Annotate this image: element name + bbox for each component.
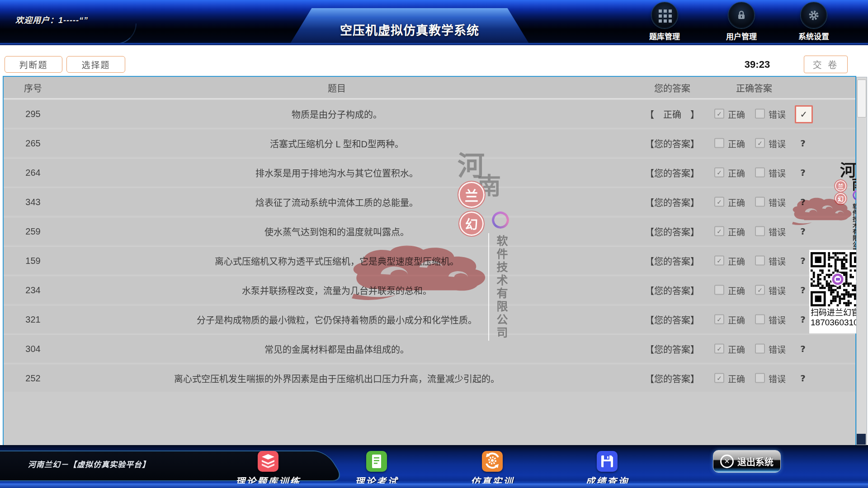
correct-option-false[interactable]: 错误: [755, 254, 786, 267]
table-row: 259使水蒸气达到饱和的温度就叫露点。【您的答案】正确错误?: [4, 217, 855, 245]
exam-countdown-timer: 39:23: [732, 59, 782, 70]
result-question-icon: ?: [791, 188, 815, 216]
true-checkbox-label: 正确: [728, 284, 745, 296]
false-checkbox[interactable]: [755, 109, 765, 119]
true-checkbox[interactable]: [714, 109, 724, 119]
false-checkbox[interactable]: [755, 314, 765, 324]
correct-option-false[interactable]: 错误: [755, 225, 786, 237]
correct-option-false[interactable]: 错误: [755, 372, 786, 384]
footer-item-label: 成绩查询: [571, 474, 643, 488]
false-checkbox[interactable]: [755, 373, 765, 383]
app-window: 欢迎用户：1-----“” 空压机虚拟仿真教学系统 题库管理 用户管理: [0, 0, 868, 488]
correct-option-true[interactable]: 正确: [714, 343, 745, 355]
column-header-question: 题目: [58, 81, 616, 94]
true-checkbox-label: 正确: [728, 313, 745, 325]
true-checkbox[interactable]: [714, 344, 724, 354]
false-checkbox[interactable]: [755, 344, 765, 354]
true-checkbox[interactable]: [714, 373, 724, 383]
gear-icon: [801, 2, 827, 28]
true-checkbox[interactable]: [714, 256, 724, 266]
true-checkbox[interactable]: [714, 168, 724, 178]
tab-true-false-questions[interactable]: 判断题: [5, 56, 62, 73]
nav-system-settings[interactable]: 系统设置: [793, 2, 834, 42]
false-checkbox[interactable]: [755, 168, 765, 178]
correct-option-true[interactable]: 正确: [714, 137, 745, 149]
correct-option-true[interactable]: 正确: [714, 166, 745, 178]
correct-option-true[interactable]: 正确: [714, 313, 745, 325]
false-checkbox[interactable]: [755, 226, 765, 236]
footer-item-score-query[interactable]: 成绩查询: [571, 451, 643, 488]
footer-item-theory-exam[interactable]: 理论考试: [340, 451, 413, 488]
nav-user-management[interactable]: 用户管理: [721, 2, 762, 42]
false-checkbox[interactable]: [755, 138, 765, 148]
false-checkbox-label: 错误: [769, 137, 786, 149]
row-question: 使水蒸气达到饱和的温度就叫露点。: [58, 225, 616, 238]
result-question-icon: ?: [791, 129, 815, 157]
correct-option-true[interactable]: 正确: [714, 196, 745, 208]
vertical-scrollbar[interactable]: [856, 77, 867, 446]
correct-option-false[interactable]: 错误: [755, 137, 786, 149]
your-answer-label: 【您的答案】: [634, 225, 711, 238]
false-checkbox-label: 错误: [769, 166, 786, 178]
row-question: 物质是由分子构成的。: [58, 107, 616, 120]
correct-option-false[interactable]: 错误: [755, 166, 786, 178]
correct-option-true[interactable]: 正确: [714, 372, 745, 384]
row-question: 离心式空压机发生喘振的外界因素是由于压缩机出口压力升高，流量减少引起的。: [58, 371, 616, 385]
header-decor-curve: [0, 23, 137, 44]
true-checkbox[interactable]: [714, 314, 724, 324]
result-question-icon: ?: [791, 364, 815, 392]
table-row: 159离心式压缩机又称为透平式压缩机，它是典型速度型压缩机。【您的答案】正确错误…: [4, 246, 855, 274]
false-checkbox-label: 错误: [769, 284, 786, 296]
grid-icon: [651, 2, 678, 28]
correct-option-false[interactable]: 错误: [755, 284, 786, 296]
row-index: 259: [17, 226, 49, 236]
scrollbar-thumb[interactable]: [857, 80, 866, 117]
true-checkbox[interactable]: [714, 226, 724, 236]
your-answer-label: 【您的答案】: [634, 313, 711, 326]
row-question: 活塞式压缩机分 L 型和D型两种。: [58, 136, 616, 150]
row-question: 常见的金属材料都是由晶体组成的。: [58, 342, 616, 355]
lock-icon: [728, 2, 755, 28]
welcome-user-text: 欢迎用户：1-----“”: [15, 14, 88, 25]
table-row: 265活塞式压缩机分 L 型和D型两种。【您的答案】正确错误?: [4, 129, 855, 157]
correct-option-true[interactable]: 正确: [714, 284, 745, 296]
exit-system-button[interactable]: ✕ 退出系统: [713, 450, 781, 473]
true-checkbox[interactable]: [714, 138, 724, 148]
true-checkbox-label: 正确: [728, 225, 745, 237]
row-index: 265: [17, 138, 49, 148]
false-checkbox-label: 错误: [769, 225, 786, 237]
correct-option-true[interactable]: 正确: [714, 254, 745, 267]
row-index: 304: [17, 343, 49, 354]
scrollbar-bottom-block[interactable]: [857, 434, 866, 445]
false-checkbox[interactable]: [755, 285, 765, 295]
row-index: 234: [17, 285, 49, 295]
nav-question-bank[interactable]: 题库管理: [644, 2, 685, 42]
brand-text: 河南兰幻－【虚拟仿真实验平台】: [28, 458, 150, 469]
correct-option-false[interactable]: 错误: [755, 108, 786, 120]
true-checkbox[interactable]: [714, 197, 724, 207]
correct-option-true[interactable]: 正确: [714, 225, 745, 237]
correct-option-false[interactable]: 错误: [755, 313, 786, 325]
tab-multiple-choice-questions[interactable]: 选择题: [66, 56, 125, 73]
row-question: 离心式压缩机又称为透平式压缩机，它是典型速度型压缩机。: [58, 254, 616, 267]
score-save-icon: [597, 451, 618, 472]
footer-item-question-bank-training[interactable]: 理论题库训练: [232, 451, 304, 488]
row-question: 排水泵是用于排地沟水与其它位置积水。: [58, 166, 616, 179]
correct-option-true[interactable]: 正确: [714, 108, 745, 120]
correct-option-false[interactable]: 错误: [755, 343, 786, 355]
false-checkbox[interactable]: [755, 197, 765, 207]
question-table: 序号 题目 您的答案 正确答案 295物质是由分子构成的。【 正确 】正确错误✓…: [3, 76, 856, 447]
false-checkbox-label: 错误: [769, 108, 786, 120]
column-header-index: 序号: [17, 81, 49, 94]
your-answer-label: 【您的答案】: [634, 166, 711, 179]
false-checkbox[interactable]: [755, 256, 765, 266]
result-question-icon: ?: [791, 159, 815, 186]
footer-item-simulation-training[interactable]: 仿真实训: [456, 451, 528, 488]
your-answer-label: 【您的答案】: [634, 371, 711, 385]
your-answer-label: 【 正确 】: [634, 107, 711, 120]
true-checkbox[interactable]: [714, 285, 724, 295]
submit-paper-button[interactable]: 交 卷: [804, 56, 848, 73]
your-answer-label: 【您的答案】: [634, 195, 711, 208]
correct-option-false[interactable]: 错误: [755, 196, 786, 208]
true-checkbox-label: 正确: [728, 372, 745, 384]
